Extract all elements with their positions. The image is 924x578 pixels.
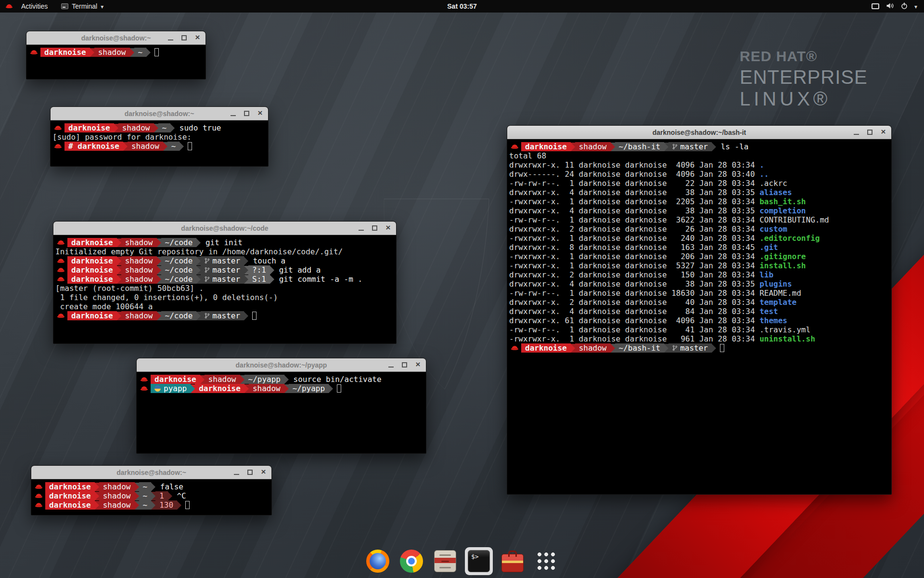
titlebar[interactable]: darknoise@shadow:~ <box>31 466 271 479</box>
minimize-button[interactable] <box>853 129 860 135</box>
titlebar[interactable]: darknoise@shadow:~/pyapp <box>137 358 426 372</box>
minimize-button[interactable] <box>233 469 240 475</box>
terminal-content[interactable]: darknoiseshadow~ falsedarknoiseshadow~1 … <box>31 479 271 512</box>
titlebar[interactable]: darknoise@shadow:~ <box>26 31 205 45</box>
terminal-content[interactable]: darknoiseshadow~/code git initInitialize… <box>53 235 396 323</box>
output-text: -rwxrwxr-x. 1 darknoise darknoise 240 Ja… <box>509 234 759 243</box>
directory-name: custom <box>759 224 787 234</box>
powerline-arrow-icon <box>154 124 158 132</box>
top-bar: Activities Terminal Sat 03:57 <box>0 0 924 13</box>
powerline-arrow-icon <box>151 501 155 510</box>
terminal-line: darknoiseshadow~ false <box>33 482 270 491</box>
powerline-arrow-icon <box>95 483 99 491</box>
minimize-button[interactable] <box>358 225 364 231</box>
output-text: -rwxrwxr-x. 1 darknoise darknoise 5327 J… <box>509 261 759 270</box>
close-button[interactable] <box>880 129 886 135</box>
maximize-button[interactable] <box>372 225 378 231</box>
terminal-window-t6: darknoise@shadow:~/bash-itdarknoiseshado… <box>507 125 892 495</box>
redhat-prompt-icon <box>57 258 65 264</box>
desktop: { "topbar": { "activities": "Activities"… <box>0 0 924 578</box>
dock: $> <box>365 548 559 574</box>
git-branch-icon <box>205 313 210 319</box>
output-text: -rwxrwxr-x. 1 darknoise darknoise 206 Ja… <box>509 252 759 261</box>
activities-button[interactable]: Activities <box>18 2 51 10</box>
power-icon[interactable] <box>901 2 908 11</box>
prompt-segment-exit: 130 <box>155 500 177 510</box>
terminal-line: drwxrwxr-x. 61 darknoise darknoise 4096 … <box>509 316 889 325</box>
terminal-window-t3: darknoise@shadow:~/codedarknoiseshadow~/… <box>53 221 397 344</box>
dock-item-files[interactable] <box>432 548 458 574</box>
minimize-button[interactable] <box>167 35 174 41</box>
terminal-line: drwxrwxr-x. 2 darknoise darknoise 26 Jan… <box>509 224 889 234</box>
prompt-segment-path: ~/code <box>161 265 197 275</box>
powerline-arrow-icon <box>270 266 274 275</box>
terminal-content[interactable]: darknoiseshadow~ sudo true[sudo] passwor… <box>51 120 268 154</box>
redhat-prompt-icon <box>54 125 62 131</box>
terminal-content[interactable]: darknoiseshadow~ <box>26 45 205 60</box>
terminal-line: drwxrwxr-x. 4 darknoise darknoise 38 Jan… <box>509 206 889 215</box>
dock-item-terminal[interactable]: $> <box>466 548 492 574</box>
close-button[interactable] <box>260 469 267 475</box>
titlebar[interactable]: darknoise@shadow:~/code <box>53 222 396 235</box>
maximize-button[interactable] <box>181 35 187 41</box>
close-button[interactable] <box>194 35 201 41</box>
display-status-icon[interactable] <box>872 3 879 9</box>
powerline-arrow-icon <box>611 143 615 151</box>
app-menu[interactable]: Terminal <box>61 2 103 10</box>
prompt-segment-host: shadow <box>205 375 240 384</box>
prompt-segment-host: shadow <box>121 238 157 247</box>
dock-item-toolbox[interactable] <box>500 548 526 574</box>
clock[interactable]: Sat 03:57 <box>447 2 476 10</box>
redhat-prompt-icon <box>35 484 43 490</box>
powerline-arrow-icon <box>117 257 121 265</box>
terminal-line: pyappdarknoiseshadow~/pyapp <box>139 384 424 393</box>
prompt-segment-git: master <box>201 265 244 275</box>
prompt-segment-path: ~/bash-it <box>615 142 665 151</box>
dock-item-firefox[interactable] <box>365 548 391 574</box>
terminal-line: darknoiseshadow~/bash-itmaster ls -la <box>509 142 889 151</box>
command-text: git init <box>201 238 243 247</box>
output-text: drwxrwxr-x. 2 darknoise darknoise 150 Ja… <box>509 270 759 279</box>
maximize-button[interactable] <box>401 362 408 368</box>
terminal-cursor <box>185 501 190 509</box>
minimize-button[interactable] <box>230 110 236 117</box>
terminal-content[interactable]: darknoiseshadow~/bash-itmaster ls -latot… <box>507 139 891 355</box>
command-text: touch a <box>248 256 285 265</box>
minimize-button[interactable] <box>388 362 394 368</box>
output-text: [master (root-commit) 50bcb63] . <box>55 284 204 293</box>
powerline-arrow-icon <box>196 312 201 320</box>
titlebar[interactable]: darknoise@shadow:~ <box>51 107 268 120</box>
redhat-prompt-icon <box>140 385 148 392</box>
system-menu-chevron-icon[interactable] <box>914 2 917 10</box>
chevron-down-icon <box>101 2 103 10</box>
prompt-segment-host: shadow <box>99 482 135 491</box>
output-text: -rw-rw-r--. 1 darknoise darknoise 3622 J… <box>509 215 829 224</box>
output-text: -rwxrwxr-x. 1 darknoise darknoise 961 Ja… <box>509 334 759 343</box>
dock-item-chrome[interactable] <box>398 548 424 574</box>
terminal-content[interactable]: darknoiseshadow~/pyapp source bin/activa… <box>137 372 426 396</box>
maximize-button[interactable] <box>244 110 250 117</box>
dock-item-app-grid[interactable] <box>533 548 559 574</box>
terminal-cursor <box>154 48 159 56</box>
maximize-button[interactable] <box>867 129 873 135</box>
volume-icon[interactable] <box>886 2 894 11</box>
prompt-segment-host: shadow <box>575 142 611 151</box>
powerline-arrow-icon <box>244 266 248 275</box>
prompt-segment-host: shadow <box>249 384 284 393</box>
file-cabinet-icon <box>434 550 456 572</box>
window-buttons <box>167 35 205 41</box>
powerline-arrow-icon <box>329 384 333 393</box>
powerline-arrow-icon <box>712 143 716 151</box>
terminal-line: drwxrwxr-x. 4 darknoise darknoise 38 Jan… <box>509 188 889 197</box>
close-button[interactable] <box>415 362 421 368</box>
output-text: -rw-rw-r--. 1 darknoise darknoise 22 Jan… <box>509 179 787 188</box>
titlebar[interactable]: darknoise@shadow:~/bash-it <box>507 126 891 139</box>
redhat-prompt-icon <box>30 49 38 55</box>
close-button[interactable] <box>385 225 391 231</box>
close-button[interactable] <box>257 110 263 117</box>
app-menu-label: Terminal <box>72 2 97 10</box>
terminal-cursor <box>337 384 341 393</box>
maximize-button[interactable] <box>247 469 253 475</box>
powerline-arrow-icon <box>200 375 205 384</box>
terminal-line: darknoiseshadow~/codemaster <box>55 311 394 320</box>
